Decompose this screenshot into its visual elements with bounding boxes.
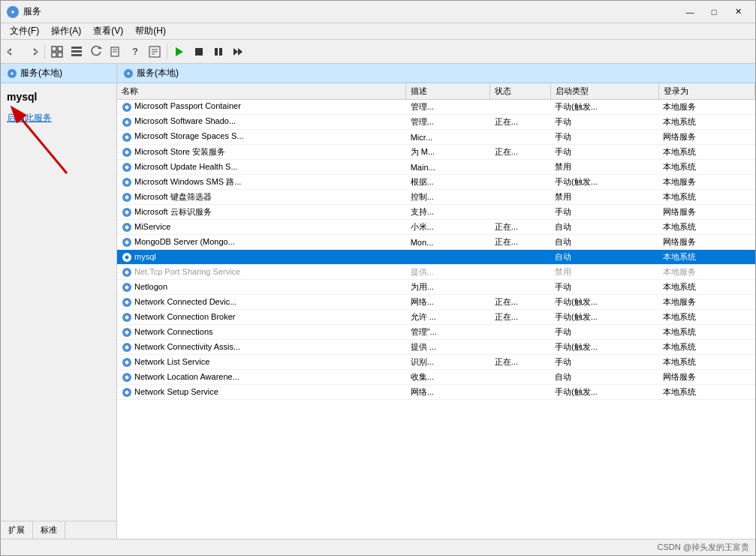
service-icon xyxy=(122,147,134,156)
svg-line-26 xyxy=(22,119,67,173)
cell-status: 正在... xyxy=(490,220,550,235)
col-desc[interactable]: 描述 xyxy=(406,83,490,100)
table-row[interactable]: Microsoft Software Shado...管理...正在...手动本… xyxy=(117,115,755,130)
cell-startup: 手动 xyxy=(550,355,658,370)
cell-name: Network Connection Broker xyxy=(117,310,406,325)
table-row[interactable]: Microsoft Storage Spaces S...Micr...手动网络… xyxy=(117,130,755,145)
refresh-button[interactable] xyxy=(87,43,105,61)
service-icon xyxy=(122,267,134,276)
table-row[interactable]: Network Connected Devic...网络...正在...手动(触… xyxy=(117,295,755,310)
cell-desc: Mon... xyxy=(406,235,490,250)
maximize-button[interactable]: □ xyxy=(703,5,725,20)
menu-bar: 文件(F) 操作(A) 查看(V) 帮助(H) xyxy=(1,23,755,40)
cell-login: 本地系统 xyxy=(658,280,754,295)
col-startup[interactable]: 启动类型 xyxy=(550,83,658,100)
cell-login: 本地系统 xyxy=(658,145,754,160)
pause-button[interactable] xyxy=(209,43,227,61)
cell-desc: 收集... xyxy=(406,370,490,385)
cell-startup: 禁用 xyxy=(550,160,658,175)
cell-startup: 自动 xyxy=(550,370,658,385)
table-row[interactable]: Netlogon为用...手动本地系统 xyxy=(117,280,755,295)
cell-name: Microsoft 键盘筛选器 xyxy=(117,190,406,205)
cell-name: Microsoft Windows SMS 路... xyxy=(117,175,406,190)
table-row[interactable]: Microsoft Store 安装服务为 M...正在...手动本地系统 xyxy=(117,145,755,160)
service-icon xyxy=(122,387,134,396)
cell-startup: 手动 xyxy=(550,280,658,295)
service-icon xyxy=(122,312,134,321)
service-icon xyxy=(122,297,134,306)
stop-button[interactable] xyxy=(190,43,208,61)
svg-rect-5 xyxy=(52,53,56,57)
tab-standard[interactable]: 标准 xyxy=(33,521,65,539)
table-row[interactable]: mysql自动本地系统 xyxy=(117,250,755,265)
col-status[interactable]: 状态 xyxy=(490,83,550,100)
table-row[interactable]: Network Connections管理"...手动本地系统 xyxy=(117,325,755,340)
table-row[interactable]: Net.Tcp Port Sharing Service提供...禁用本地服务 xyxy=(117,265,755,280)
menu-help[interactable]: 帮助(H) xyxy=(129,23,172,39)
status-text: CSDN @掉头发的王富贵 xyxy=(658,542,749,553)
cell-name: Network Location Awarene... xyxy=(117,370,406,385)
close-button[interactable]: ✕ xyxy=(727,5,749,20)
red-arrow-annotation xyxy=(1,98,97,181)
table-row[interactable]: Network Connection Broker允许 ...正在...手动(触… xyxy=(117,310,755,325)
table-row[interactable]: Network Setup Service网络...手动(触发...本地系统 xyxy=(117,385,755,400)
table-row[interactable]: Microsoft 云标识服务支持...手动网络服务 xyxy=(117,205,755,220)
cell-login: 网络服务 xyxy=(658,205,754,220)
table-row[interactable]: Network Connectivity Assis...提供 ...手动(触发… xyxy=(117,340,755,355)
cell-name: Network Connections xyxy=(117,325,406,340)
cell-startup: 手动 xyxy=(550,145,658,160)
table-row[interactable]: Network List Service识别...正在...手动本地系统 xyxy=(117,355,755,370)
export-button[interactable] xyxy=(107,43,125,61)
tab-expand[interactable]: 扩展 xyxy=(1,521,33,539)
sidebar-header: 服务(本地) xyxy=(1,64,116,83)
cell-login: 本地服务 xyxy=(658,295,754,310)
properties-button[interactable] xyxy=(146,43,164,61)
service-icon xyxy=(122,357,134,366)
col-login[interactable]: 登录为 xyxy=(658,83,754,100)
table-row[interactable]: Network Location Awarene...收集...自动网络服务 xyxy=(117,370,755,385)
table-row[interactable]: MiService小米...正在...自动本地系统 xyxy=(117,220,755,235)
menu-file[interactable]: 文件(F) xyxy=(4,23,45,39)
cell-login: 本地系统 xyxy=(658,190,754,205)
cell-login: 本地系统 xyxy=(658,220,754,235)
cell-desc: 根据... xyxy=(406,175,490,190)
service-icon xyxy=(122,192,134,201)
table-row[interactable]: Microsoft Passport Container管理...手动(触发..… xyxy=(117,100,755,115)
cell-name: Network List Service xyxy=(117,355,406,370)
cell-status xyxy=(490,280,550,295)
show-hide-button[interactable] xyxy=(48,43,66,61)
cell-name: Network Connectivity Assis... xyxy=(117,340,406,355)
cell-name: Net.Tcp Port Sharing Service xyxy=(117,265,406,280)
cell-desc: 支持... xyxy=(406,205,490,220)
minimize-button[interactable]: — xyxy=(679,5,701,20)
table-row[interactable]: Microsoft 键盘筛选器控制...禁用本地系统 xyxy=(117,190,755,205)
col-name[interactable]: 名称 xyxy=(117,83,406,100)
table-row[interactable]: Microsoft Windows SMS 路...根据...手动(触发...本… xyxy=(117,175,755,190)
start-service-link[interactable]: 启动此服务 xyxy=(7,113,52,123)
cell-status: 正在... xyxy=(490,145,550,160)
window-controls: — □ ✕ xyxy=(679,5,749,20)
menu-view[interactable]: 查看(V) xyxy=(87,23,129,39)
cell-status xyxy=(490,370,550,385)
forward-button[interactable] xyxy=(23,43,41,61)
svg-rect-6 xyxy=(58,53,62,57)
table-header-row: 名称 描述 状态 启动类型 登录为 xyxy=(117,83,755,100)
main-window: 服务 — □ ✕ 文件(F) 操作(A) 查看(V) 帮助(H) xyxy=(0,0,756,556)
cell-status: 正在... xyxy=(490,355,550,370)
cell-desc: 提供... xyxy=(406,265,490,280)
table-row[interactable]: MongoDB Server (Mongo...Mon...正在...自动网络服… xyxy=(117,235,755,250)
grid-button[interactable] xyxy=(68,43,86,61)
svg-marker-2 xyxy=(34,48,38,56)
help-button[interactable]: ? xyxy=(126,43,144,61)
back-button[interactable] xyxy=(4,43,22,61)
restart-button[interactable] xyxy=(229,43,247,61)
cell-login: 本地系统 xyxy=(658,385,754,400)
play-button[interactable] xyxy=(170,43,188,61)
cell-name: Microsoft Store 安装服务 xyxy=(117,145,406,160)
menu-action[interactable]: 操作(A) xyxy=(45,23,87,39)
cell-startup: 手动 xyxy=(550,205,658,220)
table-row[interactable]: Microsoft Update Health S...Main...禁用本地系… xyxy=(117,160,755,175)
services-table[interactable]: 名称 描述 状态 启动类型 登录为 Microsoft Passport Con… xyxy=(117,83,755,539)
cell-login: 本地系统 xyxy=(658,340,754,355)
cell-desc: 管理"... xyxy=(406,325,490,340)
